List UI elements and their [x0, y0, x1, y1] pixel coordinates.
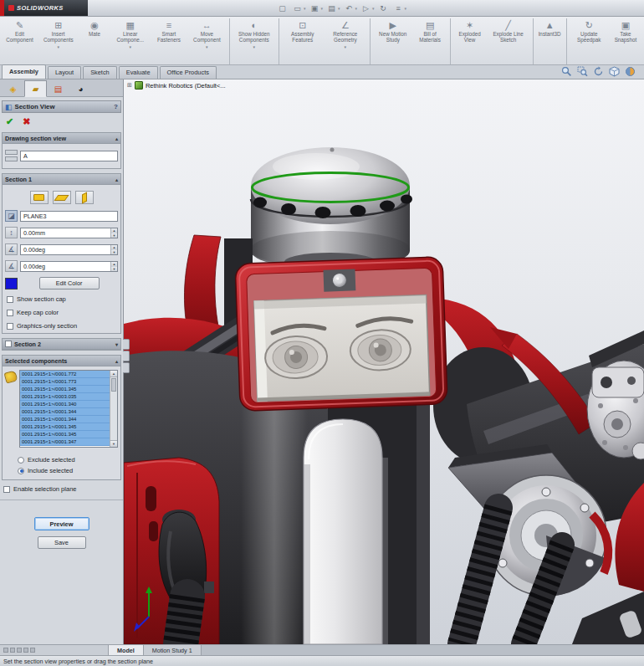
top-plane-button[interactable]	[53, 191, 71, 204]
tab-motion-study[interactable]: Motion Study 1	[144, 645, 202, 655]
selected-components-list[interactable]: ▲ ▼ 0001.2915<1>/0001.772 0001.2915<1>/0…	[19, 370, 118, 448]
front-plane-button[interactable]	[30, 191, 49, 204]
x-rotation-field[interactable]: 0.00deg ▲▼	[20, 244, 118, 255]
quick-access-button[interactable]: ▷ ▾	[360, 2, 375, 14]
help-icon[interactable]: ?	[114, 103, 118, 110]
quick-access-button[interactable]: ▤ ▾	[325, 2, 340, 14]
group-header[interactable]: Section 1 ▴	[3, 174, 120, 185]
list-scrollbar[interactable]: ▲ ▼	[110, 371, 117, 447]
toolbar-button[interactable]: ◉ Mate	[79, 18, 110, 64]
selected-component-item[interactable]: 0001.2915<1>/0003.035	[20, 393, 110, 401]
robot-base[interactable]	[124, 458, 219, 644]
selected-component-item[interactable]: 0001.2915<1>/0001.772	[20, 371, 110, 378]
group-header[interactable]: Selected components ▴	[3, 356, 120, 366]
spinner[interactable]: ▲▼	[110, 262, 117, 271]
dropdown-arrow-icon[interactable]: ▾	[57, 44, 59, 49]
panel-tab[interactable]: ▤	[47, 80, 69, 97]
robot-model[interactable]	[124, 79, 644, 644]
toolbar-button[interactable]: ▶ New Motion Study	[373, 18, 413, 64]
radio-button[interactable]	[18, 457, 24, 464]
dropdown-arrow-icon[interactable]: ▾	[253, 44, 255, 49]
panel-tab[interactable]: ▰	[24, 80, 47, 97]
tab-model[interactable]: Model	[109, 645, 144, 655]
ok-button[interactable]: ✔	[6, 116, 13, 127]
ribbon-tab[interactable]: Evaluate	[119, 66, 158, 79]
enable-selection-plane-checkbox[interactable]	[3, 486, 10, 493]
toolbar-button[interactable]: ◐ Show Hidden Components ▾	[233, 18, 279, 64]
toolbar-button[interactable]: ✎ Edit Component	[2, 18, 38, 64]
toolbar-button[interactable]: ⊞ Insert Components ▾	[38, 18, 79, 64]
dropdown-arrow-icon[interactable]: ▾	[345, 44, 347, 49]
toolbar-button[interactable]: ▤ Bill of Materials	[413, 18, 451, 64]
robot-face-screen[interactable]	[235, 257, 447, 412]
section-letter-field[interactable]: A	[20, 151, 118, 161]
section-color-swatch[interactable]	[5, 278, 18, 289]
section-plane-select-icon[interactable]: ◪	[5, 210, 18, 222]
panel-tab[interactable]: ◕	[69, 80, 92, 97]
offset-distance-field[interactable]: 0.00mm ▲▼	[20, 228, 118, 238]
checkbox-row[interactable]: Show section cap	[7, 295, 118, 303]
dropdown-arrow-icon[interactable]: ▾	[338, 6, 340, 11]
dropdown-arrow-icon[interactable]: ▾	[355, 6, 358, 11]
quick-access-button[interactable]: ▢	[276, 2, 289, 14]
dropdown-arrow-icon[interactable]: ▾	[405, 6, 407, 11]
cancel-button[interactable]: ✖	[23, 116, 30, 127]
dropdown-arrow-icon[interactable]: ▾	[304, 6, 306, 11]
dropdown-arrow-icon[interactable]: ▾	[206, 44, 208, 49]
toolbar-button[interactable]: ╱ Explode Line Sketch	[487, 18, 534, 64]
selected-component-item[interactable]: 0001.2915<1>/0001.345	[20, 386, 110, 393]
toolbar-button[interactable]: ↻ Update Speedpak	[570, 18, 609, 64]
quick-access-button[interactable]: ≡ ▾	[392, 2, 407, 14]
ribbon-tab[interactable]: Office Products	[160, 66, 217, 79]
zoom-area-icon[interactable]	[577, 66, 588, 77]
radio-row[interactable]: Include selected	[18, 467, 118, 474]
edit-color-button[interactable]: Edit Color	[39, 277, 100, 289]
ribbon-tab[interactable]: Assembly	[2, 64, 46, 79]
graphics-viewport[interactable]: ⊞ Rethink Robotics (Default<...	[124, 79, 644, 644]
toolbar-button[interactable]: ▲ Instant3D	[536, 18, 567, 64]
expand-arrow-icon[interactable]: ▾	[115, 341, 118, 347]
selected-component-item[interactable]: 0001.2915<1>/0001.773	[20, 378, 110, 386]
dropdown-arrow-icon[interactable]: ▾	[372, 6, 375, 11]
selected-component-item[interactable]: 0001.2915<1>/0001.344	[20, 408, 110, 416]
checkbox[interactable]	[7, 296, 13, 303]
preview-button[interactable]: Preview	[34, 517, 89, 530]
checkbox-row[interactable]: Graphics-only section	[7, 322, 118, 330]
dropdown-arrow-icon[interactable]: ▾	[129, 44, 131, 49]
checkbox[interactable]	[7, 323, 13, 330]
right-plane-button[interactable]	[75, 191, 94, 204]
tab-scroll-buttons[interactable]	[0, 645, 109, 655]
quick-access-button[interactable]: ↶ ▾	[343, 2, 358, 14]
tree-expander-icon[interactable]: ⊞	[127, 82, 132, 89]
group-header[interactable]: Drawing section view ▴	[3, 133, 120, 144]
toolbar-button[interactable]: ▣ Take Snapshot	[609, 18, 642, 64]
feature-tree-root[interactable]: ⊞ Rethink Robotics (Default<...	[127, 81, 226, 90]
selected-component-item[interactable]: 0001.2915<1>/0001.345	[20, 423, 110, 431]
dropdown-arrow-icon[interactable]: ▾	[321, 6, 324, 11]
spinner[interactable]: ▲▼	[110, 245, 117, 254]
selected-component-item[interactable]: 0001.2915<1>/0001.344	[20, 416, 110, 423]
scroll-thumb[interactable]	[111, 378, 116, 392]
collapse-arrow-icon[interactable]: ▴	[115, 177, 118, 182]
selected-component-item[interactable]: 0001.2915<1>/0001.340	[20, 401, 110, 408]
quick-access-button[interactable]: ▣ ▾	[309, 2, 324, 14]
radio-button[interactable]	[18, 468, 24, 474]
selected-component-item[interactable]: 0001.2915<1>/0001.347	[20, 438, 110, 446]
radio-row[interactable]: Exclude selected	[18, 456, 118, 464]
section2-checkbox[interactable]	[5, 341, 12, 347]
robot-chest-panel[interactable]	[304, 419, 388, 644]
collapse-arrow-icon[interactable]: ▴	[115, 358, 118, 364]
reference-plane-field[interactable]: PLANE3	[20, 211, 118, 222]
spinner[interactable]: ▲▼	[110, 228, 117, 238]
ribbon-tab[interactable]: Sketch	[83, 66, 117, 79]
quick-access-button[interactable]: ↻	[377, 2, 390, 14]
ribbon-tab[interactable]: Layout	[48, 66, 81, 79]
toolbar-button[interactable]: ▦ Linear Compone... ▾	[110, 18, 151, 64]
toolbar-button[interactable]: ≡ Smart Fasteners	[151, 18, 187, 64]
y-rotation-field[interactable]: 0.00deg ▲▼	[20, 261, 118, 272]
group-header[interactable]: Section 2 ▾	[3, 339, 120, 350]
panel-flyout-tabs[interactable]	[123, 339, 130, 374]
view-settings-icon[interactable]	[625, 66, 636, 77]
checkbox[interactable]	[7, 310, 13, 316]
save-button[interactable]: Save	[38, 536, 86, 549]
